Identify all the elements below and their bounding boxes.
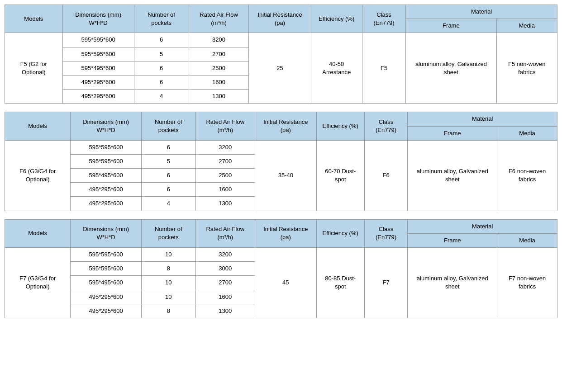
cell-pockets: 6 (141, 140, 195, 154)
model-cell: F6 (G3/G4 for Optional) (5, 140, 71, 211)
col-media: Media (497, 233, 557, 247)
cell-pockets: 6 (134, 75, 189, 89)
cell-class: F5 (362, 33, 406, 104)
cell-pockets: 6 (141, 169, 195, 183)
cell-dimensions: 595*595*600 (62, 47, 134, 61)
cell-pockets: 8 (141, 304, 195, 318)
model-cell: F5 (G2 for Optional) (5, 33, 63, 104)
cell-dimensions: 495*295*600 (71, 290, 142, 304)
cell-resistance: 45 (255, 248, 316, 318)
cell-dimensions: 595*495*600 (62, 61, 134, 75)
col-material: Material (408, 112, 557, 126)
cell-airflow: 2500 (189, 61, 249, 75)
cell-airflow: 1300 (195, 304, 255, 318)
cell-dimensions: 495*295*600 (62, 75, 134, 89)
cell-dimensions: 595*495*600 (71, 169, 142, 183)
cell-pockets: 5 (141, 154, 195, 168)
cell-dimensions: 495*295*600 (62, 90, 134, 104)
cell-airflow: 2700 (189, 47, 249, 61)
col-models: Models (5, 5, 63, 33)
tables-container: ModelsDimensions (mm) W*H*DNumber of poc… (5, 5, 557, 318)
col-frame: Frame (408, 126, 497, 140)
cell-pockets: 8 (141, 262, 195, 276)
cell-airflow: 2700 (195, 276, 255, 290)
cell-dimensions: 595*595*600 (71, 154, 142, 168)
cell-pockets: 10 (141, 248, 195, 262)
col-pockets: Number of pockets (141, 219, 195, 247)
col-efficiency: Efficiency (%) (316, 219, 364, 247)
table-table-f7: ModelsDimensions (mm) W*H*DNumber of poc… (5, 219, 557, 318)
col-material: Material (406, 5, 557, 19)
cell-pockets: 10 (141, 276, 195, 290)
cell-frame: aluminum alloy, Galvanized sheet (406, 33, 496, 104)
table-row: F5 (G2 for Optional)595*595*600632002540… (5, 33, 557, 47)
cell-airflow: 3200 (195, 248, 255, 262)
col-class: Class (En779) (364, 112, 408, 140)
cell-class: F7 (364, 248, 408, 318)
cell-dimensions: 495*295*600 (71, 183, 142, 197)
cell-airflow: 2500 (195, 169, 255, 183)
cell-efficiency: 40-50 Arrestance (311, 33, 362, 104)
col-pockets: Number of pockets (134, 5, 189, 33)
col-class: Class (En779) (362, 5, 406, 33)
col-airflow: Rated Air Flow (m³/h) (189, 5, 249, 33)
col-efficiency: Efficiency (%) (316, 112, 364, 140)
col-resistance: Initial Resistance (pa) (255, 219, 316, 247)
cell-airflow: 1300 (189, 90, 249, 104)
col-models: Models (5, 112, 71, 140)
col-resistance: Initial Resistance (pa) (255, 112, 316, 140)
col-models: Models (5, 219, 71, 247)
cell-airflow: 1300 (195, 197, 255, 211)
cell-pockets: 5 (134, 47, 189, 61)
col-airflow: Rated Air Flow (m³/h) (195, 112, 255, 140)
table-table-f5: ModelsDimensions (mm) W*H*DNumber of poc… (5, 5, 557, 104)
col-resistance: Initial Resistance (pa) (249, 5, 311, 33)
cell-airflow: 1600 (189, 75, 249, 89)
cell-media: F5 non-woven fabrics (496, 33, 557, 104)
cell-airflow: 3200 (195, 140, 255, 154)
table-table-f6: ModelsDimensions (mm) W*H*DNumber of poc… (5, 112, 557, 211)
col-pockets: Number of pockets (141, 112, 195, 140)
cell-pockets: 4 (141, 197, 195, 211)
cell-pockets: 6 (134, 33, 189, 47)
cell-class: F6 (364, 140, 408, 211)
col-dimensions: Dimensions (mm) W*H*D (62, 5, 134, 33)
model-cell: F7 (G3/G4 for Optional) (5, 248, 71, 318)
cell-airflow: 1600 (195, 183, 255, 197)
cell-pockets: 4 (134, 90, 189, 104)
cell-efficiency: 80-85 Dust-spot (316, 248, 364, 318)
col-media: Media (496, 19, 557, 33)
cell-airflow: 2700 (195, 154, 255, 168)
col-frame: Frame (406, 19, 496, 33)
cell-dimensions: 495*295*600 (71, 304, 142, 318)
col-frame: Frame (408, 233, 497, 247)
cell-airflow: 3000 (195, 262, 255, 276)
cell-dimensions: 595*595*600 (71, 140, 142, 154)
cell-media: F6 non-woven fabrics (497, 140, 557, 211)
cell-dimensions: 595*595*600 (71, 262, 142, 276)
col-dimensions: Dimensions (mm) W*H*D (71, 112, 142, 140)
table-row: F7 (G3/G4 for Optional)595*595*600103200… (5, 248, 557, 262)
cell-airflow: 1600 (195, 290, 255, 304)
cell-dimensions: 595*495*600 (71, 276, 142, 290)
col-airflow: Rated Air Flow (m³/h) (195, 219, 255, 247)
cell-frame: aluminum alloy, Galvanized sheet (408, 248, 497, 318)
table-row: F6 (G3/G4 for Optional)595*595*600632003… (5, 140, 557, 154)
col-material: Material (408, 219, 557, 233)
cell-media: F7 non-woven fabrics (497, 248, 557, 318)
col-class: Class (En779) (364, 219, 408, 247)
cell-resistance: 35-40 (255, 140, 316, 211)
col-media: Media (497, 126, 557, 140)
cell-efficiency: 60-70 Dust-spot (316, 140, 364, 211)
cell-pockets: 10 (141, 290, 195, 304)
col-dimensions: Dimensions (mm) W*H*D (71, 219, 142, 247)
cell-pockets: 6 (141, 183, 195, 197)
cell-frame: aluminum alloy, Galvanized sheet (408, 140, 497, 211)
cell-airflow: 3200 (189, 33, 249, 47)
cell-resistance: 25 (249, 33, 311, 104)
col-efficiency: Efficiency (%) (311, 5, 362, 33)
cell-dimensions: 595*595*600 (62, 33, 134, 47)
cell-dimensions: 595*595*600 (71, 248, 142, 262)
cell-dimensions: 495*295*600 (71, 197, 142, 211)
cell-pockets: 6 (134, 61, 189, 75)
